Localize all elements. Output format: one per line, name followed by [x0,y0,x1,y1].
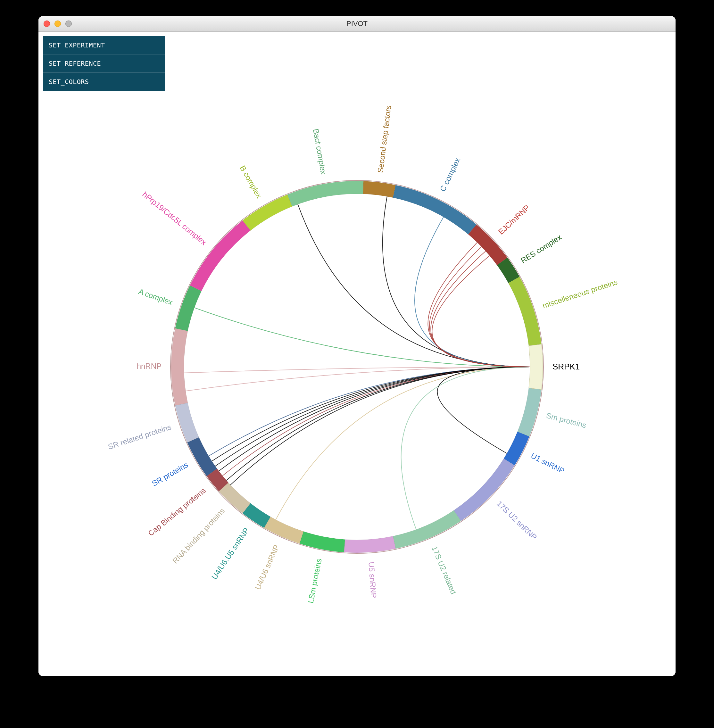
segment-label: Sm proteins [545,411,587,430]
segment[interactable] [219,483,250,514]
segment-label: A complex [138,287,174,307]
chord-link[interactable] [215,367,530,466]
segment[interactable] [190,220,250,291]
window-title: PIVOT [39,19,675,28]
segment[interactable] [508,277,541,346]
segment-label: U1 snRNP [530,451,566,475]
segment-label: EJC/mRNP [496,203,531,236]
segment[interactable] [243,195,292,231]
segment-label: miscelleneous proteins [541,277,618,310]
segment-label: hPrp19/Cdc5L complex [141,190,208,247]
segment[interactable] [300,532,345,553]
segment[interactable] [344,536,396,553]
chord-link[interactable] [298,204,530,367]
chord-link[interactable] [195,308,530,367]
chord-link[interactable] [276,367,530,520]
segment[interactable] [393,511,461,549]
segment-label: Bact complex [312,128,328,175]
segment-label: SR proteins [150,460,189,488]
segment-label: Second step factors [376,105,393,173]
segment[interactable] [171,328,188,406]
close-icon[interactable] [44,21,50,27]
minimize-icon[interactable] [54,21,61,27]
segment-label: C complex [438,156,462,193]
segment[interactable] [393,185,477,235]
segment-label: LSm proteins [306,558,323,604]
chord-diagram[interactable]: Sm proteinsU1 snRNP17S U2 snRNP17S U2 re… [69,78,645,655]
segment[interactable] [288,181,364,206]
app-window: PIVOT SET_EXPERIMENT SET_REFERENCE SET_C… [39,16,675,676]
chord-link[interactable] [222,367,530,476]
titlebar[interactable]: PIVOT [39,16,675,32]
chord-link[interactable] [226,367,530,480]
chord-link[interactable] [212,367,530,461]
zoom-icon[interactable] [65,21,72,27]
segment-label: RES complex [519,233,563,265]
segment-label: U4/U6 snRNP [253,544,281,591]
segment-focus[interactable] [529,345,543,389]
chord-link[interactable] [428,243,530,367]
segment[interactable] [264,517,303,544]
segment[interactable] [175,286,202,331]
focus-label: SRPK1 [552,362,580,371]
segment-label: 17S U2 snRNP [495,499,539,542]
segment-label: 17S U2 related [430,545,458,596]
segment-label: hnRNP [137,362,162,371]
segment-label: SR related proteins [107,422,172,451]
segment-label: B complex [238,164,263,200]
segment[interactable] [504,432,530,466]
segment-label: U5 snRNP [367,562,378,599]
segment-label: U4/U6.U5 snRNP [210,526,251,581]
content-area: SET_EXPERIMENT SET_REFERENCE SET_COLORS … [39,32,675,676]
window-controls [44,21,72,27]
menu-set-reference[interactable]: SET_REFERENCE [43,54,165,73]
chord-link[interactable] [429,247,530,367]
chord-link[interactable] [415,217,530,367]
menu-set-experiment[interactable]: SET_EXPERIMENT [43,36,165,54]
